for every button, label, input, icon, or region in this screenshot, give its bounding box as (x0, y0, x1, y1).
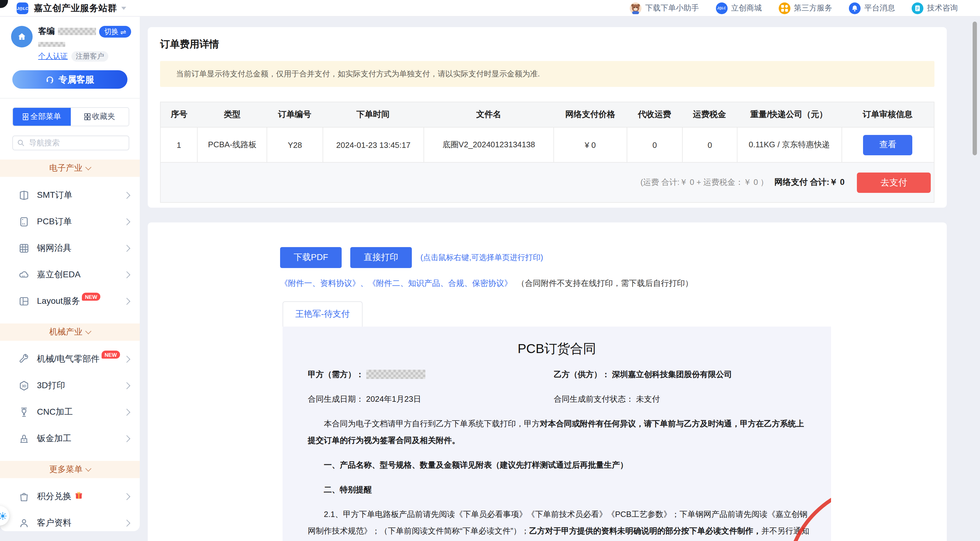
sidebar-item-mech-parts[interactable]: 机械/电气零部件 NEW (0, 346, 140, 372)
censored-customer-id (58, 28, 96, 35)
contract-meta-row: 合同生成日期： 2024年1月23日 合同生成前支付状态： 未支付 (283, 393, 831, 405)
menu-list-electronics: SMT订单 PCB订单 钢网治具 嘉立创EDA Layout服务 (0, 177, 140, 314)
sidebar-item-label: 客户资料 (37, 517, 72, 528)
chevron-right-icon (123, 245, 130, 252)
print-hint-text: (点击鼠标右键,可选择单页进行打印) (420, 252, 543, 263)
wrench-icon (18, 353, 30, 365)
download-pdf-button[interactable]: 下载PDF (280, 247, 342, 268)
dedicated-support-label: 专属客服 (59, 73, 94, 85)
sidebar-item-layout-service[interactable]: Layout服务 NEW (0, 288, 140, 314)
site-title[interactable]: 嘉立创产业服务站群 (34, 2, 117, 14)
avatar[interactable] (11, 26, 33, 48)
svg-text:3D: 3D (22, 384, 26, 388)
freight-summary-text: (运费 合计:￥ 0 + 运费税金：￥ 0 ） (641, 177, 768, 188)
tab-favorites[interactable]: 收藏夹 (71, 108, 129, 126)
section-title: 更多菜单 (49, 464, 83, 475)
party-b-value: 深圳嘉立创科技集团股份有限公司 (612, 370, 732, 379)
col-collected-freight: 代收运费 (627, 102, 682, 127)
contract-title: PCB订货合同 (283, 327, 831, 357)
chevron-right-icon (123, 192, 130, 199)
order-table: 序号 类型 订单编号 下单时间 文件名 网络支付价格 代收运费 运费税金 重量/… (160, 102, 934, 203)
sidebar-item-label: 嘉立创EDA (37, 269, 81, 280)
jlc-logo[interactable]: J@LC (17, 2, 28, 14)
nav-search[interactable] (12, 136, 129, 150)
print-button[interactable]: 直接打印 (350, 247, 412, 268)
sidebar-item-3d-print[interactable]: 3D 3D打印 (0, 372, 140, 399)
cell-weight-courier: 0.11KG / 京东特惠快递 (737, 127, 842, 162)
contract-parties-row: 甲方（需方）： 乙方（供方）： 深圳嘉立创科技集团股份有限公司 (283, 369, 831, 381)
tab-label: 收藏夹 (92, 112, 115, 122)
col-type: 类型 (197, 102, 267, 127)
eda-cloud-icon (18, 269, 30, 280)
pcb-order-icon (18, 215, 30, 227)
main-content: 订单费用详情 当前订单显示待支付总金额，仅用于合并支付，如实际支付方式为单独支付… (148, 16, 947, 541)
sidebar: 客编 个人认证 注册客户 切换 ⇌ 专属客服 全部菜单 (0, 16, 140, 531)
nav-label: 平台消息 (864, 3, 895, 13)
attachment-links[interactable]: 《附件一、资料协议》、《附件二、知识产品、合规、保密协议》 (280, 279, 512, 288)
sidebar-item-pcb-orders[interactable]: PCB订单 (0, 208, 140, 235)
sidebar-item-sheet-metal[interactable]: 钣金加工 (0, 425, 140, 452)
contract-paragraph-1: 本合同为电子文档请甲方自行到乙方下单系统下载打印，甲方对本合同或附件有任何异议，… (283, 415, 831, 448)
jlc-mall-icon: J@LC (716, 2, 727, 14)
contract-tab-bar: 王艳军-待支付 (283, 301, 947, 327)
nav-label: 下载下单小助手 (645, 3, 699, 13)
chevron-down-icon[interactable] (121, 6, 126, 10)
section-electronics[interactable]: 电子产业 (0, 160, 140, 177)
col-order-no: 订单编号 (267, 102, 323, 127)
switch-account-button[interactable]: 切换 ⇌ (99, 26, 131, 38)
view-button[interactable]: 查看 (863, 135, 913, 155)
payment-notice-banner: 当前订单显示待支付总金额，仅用于合并支付，如实际支付方式为单独支付，请以实际支付… (160, 61, 934, 87)
sidebar-item-label: 钣金加工 (37, 433, 72, 444)
gen-date-label: 合同生成日期： (308, 394, 364, 404)
sidebar-item-label: 机械/电气零部件 (37, 353, 100, 364)
section-mechanical[interactable]: 机械产业 (0, 324, 140, 341)
gen-date-value: 2024年1月23日 (366, 394, 421, 404)
dedicated-support-button[interactable]: 专属客服 (12, 70, 127, 89)
tab-all-menus[interactable]: 全部菜单 (13, 108, 71, 126)
section-more[interactable]: 更多菜单 (0, 461, 140, 478)
menu-list-mechanical: 机械/电气零部件 NEW 3D 3D打印 CNC加工 钣金加工 (0, 341, 140, 452)
search-input[interactable] (28, 138, 124, 148)
sidebar-item-customer-profile[interactable]: 客户资料 (0, 509, 140, 531)
nav-platform-messages[interactable]: 平台消息 (849, 2, 895, 14)
chevron-right-icon (123, 493, 130, 500)
home-icon (17, 32, 27, 42)
nav-jlc-mall[interactable]: J@LC 立创商城 (716, 2, 762, 14)
tech-support-icon (912, 2, 923, 14)
nav-download-helper[interactable]: 下载下单小助手 (630, 2, 699, 14)
sidebar-item-label: SMT订单 (37, 190, 72, 201)
nav-third-party[interactable]: 第三方服务 (778, 2, 832, 14)
nav-label: 第三方服务 (794, 3, 832, 13)
chevron-down-icon (85, 164, 91, 171)
cell-order-time: 2024-01-23 13:45:17 (323, 127, 424, 162)
sidebar-item-label: Layout服务 (37, 295, 80, 306)
sidebar-item-label: 3D打印 (37, 380, 65, 391)
chevron-down-icon (85, 328, 91, 334)
personal-auth-link[interactable]: 个人认证 (38, 51, 68, 62)
search-icon (17, 139, 25, 147)
party-a-label: 甲方（需方）： (308, 370, 364, 379)
sidebar-item-cnc[interactable]: CNC加工 (0, 399, 140, 425)
attachment-note: （合同附件不支持在线打印，需下载后自行打印） (517, 279, 693, 288)
sidebar-item-stencil[interactable]: 钢网治具 (0, 235, 140, 261)
cell-seq: 1 (161, 127, 198, 162)
go-pay-button[interactable]: 去支付 (857, 172, 931, 193)
user-card: 客编 个人认证 注册客户 切换 ⇌ (11, 26, 131, 62)
sidebar-item-points-redeem[interactable]: 积分兑换 (0, 483, 140, 509)
section-title: 电子产业 (49, 163, 83, 174)
vertical-scrollbar-thumb[interactable] (973, 22, 977, 155)
grid-icon (84, 113, 89, 120)
cell-file-name: 底圈V2_20240123134138 (424, 127, 554, 162)
col-review-info: 订单审核信息 (841, 102, 934, 127)
nav-tech-support[interactable]: 技术咨询 (912, 2, 958, 14)
col-file-name: 文件名 (423, 102, 554, 127)
sidebar-item-jlc-eda[interactable]: 嘉立创EDA (0, 261, 140, 288)
sidebar-item-smt-orders[interactable]: SMT订单 (0, 182, 140, 208)
print3d-icon: 3D (18, 380, 30, 391)
chevron-right-icon (123, 356, 130, 362)
new-badge: NEW (82, 293, 100, 301)
nav-label: 立创商城 (731, 3, 762, 13)
cell-type: PCBA-线路板 (198, 127, 267, 162)
cell-order-no: Y28 (267, 127, 323, 162)
tab-contract-pending-payment[interactable]: 王艳军-待支付 (283, 301, 363, 327)
